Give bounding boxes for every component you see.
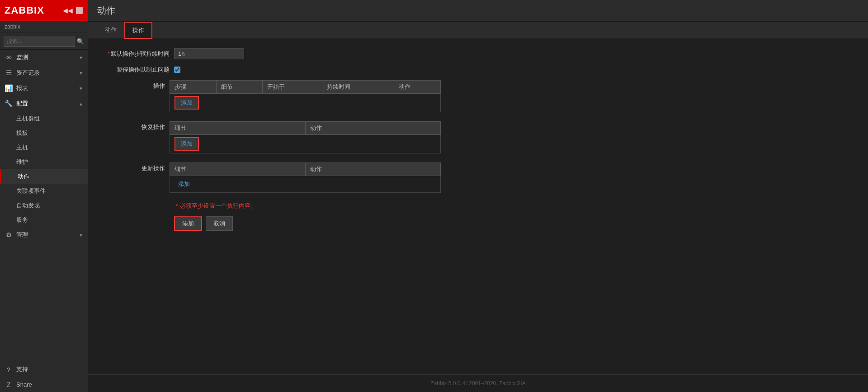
- table-row: 添加: [170, 176, 441, 193]
- update-label: 更新操作: [97, 163, 170, 172]
- pause-checkbox[interactable]: [174, 67, 180, 73]
- sidebar: ZABBIX ◀◀ ⬜ zabbix 🔍 👁 监测 ▼ ☰ 资产记录 ▼ 📊 报…: [0, 0, 88, 392]
- tab-operations[interactable]: 操作: [124, 22, 152, 39]
- add-operation-button[interactable]: 添加: [175, 96, 199, 110]
- sidebar-item-discovery[interactable]: 自动发现: [0, 198, 88, 213]
- col-start: 开始于: [263, 81, 322, 94]
- sidebar-controls: ◀◀ ⬜: [63, 7, 83, 14]
- sidebar-item-reports[interactable]: 📊 报表 ▼: [0, 81, 88, 96]
- col-duration: 持续时间: [322, 81, 394, 94]
- sidebar-header: ZABBIX ◀◀ ⬜: [0, 0, 88, 21]
- chevron-down-icon: ▼: [79, 55, 83, 60]
- recovery-header-row: 恢复操作 细节 动作 添加: [97, 121, 859, 153]
- search-bar: 🔍: [0, 33, 88, 50]
- operations-header-row: 操作 步骤 细节 开始于 持续时间 动作: [97, 80, 859, 112]
- collapse-icon[interactable]: ◀◀: [63, 7, 73, 14]
- recovery-table-wrap: 细节 动作 添加: [170, 121, 859, 153]
- pause-label: 暂停操作以制止问题: [97, 66, 170, 74]
- sidebar-item-label: 配置: [16, 100, 28, 108]
- update-table: 细节 动作 添加: [170, 163, 441, 193]
- nav-config: 🔧 配置 ▲ 主机群组 模板 主机 维护 动作 关联项事件 自动发现 服务: [0, 96, 88, 227]
- nav-assets: ☰ 资产记录 ▼: [0, 65, 88, 81]
- logo: ZABBIX: [5, 5, 44, 16]
- operations-label: 操作: [97, 80, 170, 90]
- sidebar-item-maintenance[interactable]: 维护: [0, 155, 88, 169]
- sidebar-item-config[interactable]: 🔧 配置 ▲: [0, 96, 88, 111]
- col-action: 动作: [394, 81, 441, 94]
- sidebar-item-templates[interactable]: 模板: [0, 126, 88, 140]
- update-table-wrap: 细节 动作 添加: [170, 163, 859, 193]
- update-header-row: 更新操作 细节 动作 添加: [97, 163, 859, 193]
- operations-table-wrap: 步骤 细节 开始于 持续时间 动作 添加: [170, 80, 859, 112]
- expand-icon[interactable]: ⬜: [75, 7, 83, 14]
- sidebar-item-admin[interactable]: ⚙ 管理 ▼: [0, 227, 88, 243]
- submit-button[interactable]: 添加: [174, 216, 202, 231]
- sidebar-item-label: 监测: [16, 53, 28, 62]
- sidebar-item-actions[interactable]: 动作: [0, 169, 88, 184]
- wrench-icon: 🔧: [5, 100, 13, 108]
- chevron-down-icon: ▼: [79, 86, 83, 91]
- error-message: * 必须至少设置一个执行内容。: [176, 202, 256, 210]
- sidebar-item-monitor[interactable]: 👁 监测 ▼: [0, 50, 88, 65]
- nav-admin: ⚙ 管理 ▼: [0, 227, 88, 243]
- recovery-label: 恢复操作: [97, 121, 170, 131]
- col-detail: 细节: [170, 163, 306, 176]
- sidebar-item-share[interactable]: Z Share: [0, 377, 88, 392]
- nav-monitor: 👁 监测 ▼: [0, 50, 88, 65]
- sidebar-item-label: 管理: [16, 231, 28, 239]
- share-icon: Z: [5, 381, 13, 388]
- sidebar-bottom: ? 支持 Z Share: [0, 362, 88, 392]
- list-icon: ☰: [5, 69, 13, 77]
- sidebar-item-assets[interactable]: ☰ 资产记录 ▼: [0, 65, 88, 81]
- chevron-down-icon: ▼: [79, 71, 83, 76]
- col-action: 动作: [305, 163, 441, 176]
- col-detail: 细节: [216, 81, 263, 94]
- col-detail: 细节: [170, 122, 306, 135]
- add-update-button[interactable]: 添加: [175, 178, 193, 190]
- main-content: 动作 动作 操作 *默认操作步骤持续时间 暂停操作以制止问题 操作: [88, 0, 868, 392]
- duration-label: *默认操作步骤持续时间: [97, 50, 170, 58]
- operations-section: 操作 步骤 细节 开始于 持续时间 动作: [97, 80, 859, 112]
- monitor-icon: 👁: [5, 54, 13, 62]
- footer: Zabbix 5.0.0. © 2001–2020, Zabbix SIA: [88, 374, 868, 392]
- operations-table: 步骤 细节 开始于 持续时间 动作 添加: [170, 80, 441, 112]
- tabs-bar: 动作 操作: [88, 22, 868, 39]
- search-icon[interactable]: 🔍: [77, 38, 84, 45]
- col-step: 步骤: [170, 81, 217, 94]
- sidebar-item-label: 资产记录: [16, 69, 40, 77]
- sidebar-item-label: Share: [16, 381, 32, 388]
- update-section: 更新操作 细节 动作 添加: [97, 163, 859, 193]
- sidebar-item-label: 报表: [16, 84, 28, 92]
- chevron-up-icon: ▲: [79, 101, 83, 106]
- chevron-down-icon: ▼: [79, 233, 83, 238]
- duration-input[interactable]: [174, 48, 244, 59]
- table-row: 添加: [170, 135, 441, 153]
- table-row: 添加: [170, 94, 441, 112]
- cancel-button[interactable]: 取消: [206, 216, 233, 231]
- gear-icon: ⚙: [5, 231, 13, 239]
- required-star: *: [108, 50, 110, 57]
- sidebar-item-hosts[interactable]: 主机: [0, 140, 88, 155]
- support-icon: ?: [5, 366, 13, 373]
- pause-row: 暂停操作以制止问题: [97, 66, 859, 74]
- content-area: *默认操作步骤持续时间 暂停操作以制止问题 操作 步骤 细节: [88, 39, 868, 374]
- recovery-table: 细节 动作 添加: [170, 121, 441, 153]
- page-title: 动作: [88, 0, 868, 22]
- sidebar-item-support[interactable]: ? 支持: [0, 362, 88, 377]
- sidebar-item-correlation[interactable]: 关联项事件: [0, 184, 88, 198]
- pause-checkbox-wrap: [174, 67, 180, 73]
- form-actions: 添加 取消: [174, 216, 859, 231]
- sidebar-item-label: 支持: [16, 365, 28, 373]
- recovery-section: 恢复操作 细节 动作 添加: [97, 121, 859, 153]
- username-label: zabbix: [0, 21, 88, 33]
- add-recovery-button[interactable]: 添加: [175, 137, 199, 151]
- error-row: * 必须至少设置一个执行内容。: [97, 202, 859, 210]
- col-action: 动作: [305, 122, 441, 135]
- sidebar-item-services[interactable]: 服务: [0, 213, 88, 227]
- search-input[interactable]: [4, 36, 75, 47]
- duration-row: *默认操作步骤持续时间: [97, 48, 859, 59]
- nav-reports: 📊 报表 ▼: [0, 81, 88, 96]
- sidebar-item-host-groups[interactable]: 主机群组: [0, 111, 88, 126]
- tab-actions[interactable]: 动作: [97, 22, 124, 39]
- chart-icon: 📊: [5, 84, 13, 92]
